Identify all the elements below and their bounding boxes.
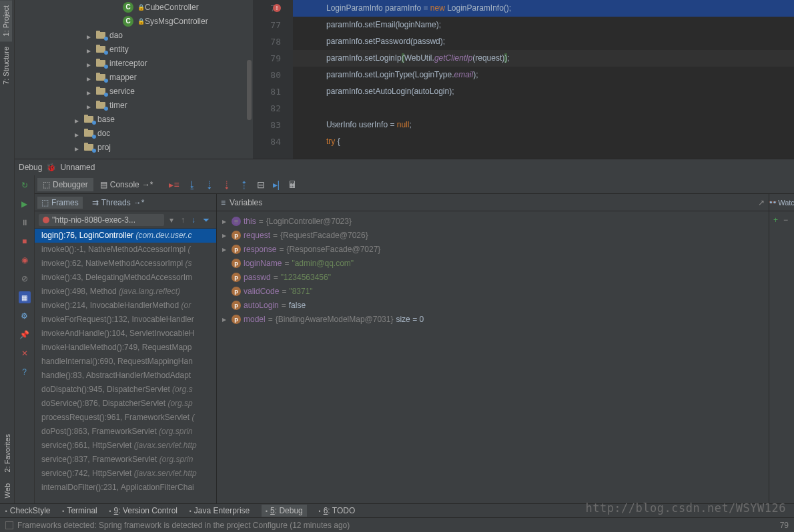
step-out-icon[interactable]: ⭫ (240, 179, 249, 190)
console-tab[interactable]: ▤Console →* (95, 178, 159, 191)
thread-selector[interactable]: "http-nio-8080-exec-3... (39, 214, 164, 226)
line-number[interactable]: 78 (253, 33, 281, 50)
project-tree[interactable]: C🔒CubeControllerC🔒SysMsgControllerdaoent… (15, 0, 253, 159)
variable-row[interactable]: ▸pmodel = {BindingAwareModelMap@7031} si… (217, 312, 769, 326)
expand-icon[interactable]: ▸ (222, 217, 229, 226)
expand-arrow-icon[interactable] (87, 102, 93, 109)
stack-frame[interactable]: processRequest():961, FrameworkServlet ( (35, 411, 216, 425)
drop-frame-icon[interactable]: ⊟ (257, 179, 265, 190)
tree-item[interactable]: C🔒SysMsgController (15, 14, 253, 28)
stack-frame[interactable]: doDispatch():945, DispatcherServlet (org… (35, 383, 216, 397)
line-number[interactable]: 81 (253, 83, 281, 100)
bottom-tool-btn[interactable]: ▪Terminal (63, 506, 97, 515)
stack-frame[interactable]: invokeAndHandle():104, ServletInvocableH (35, 327, 216, 341)
bottom-tool-btn[interactable]: ▪6: TODO (319, 506, 355, 515)
tree-item[interactable]: timer (15, 98, 253, 112)
rerun-icon[interactable]: ↻ (19, 179, 31, 191)
variable-row[interactable]: pautoLogin = false (217, 298, 769, 312)
view-breakpoints-icon[interactable]: ◉ (19, 254, 31, 266)
expand-arrow-icon[interactable] (75, 116, 81, 123)
stack-frame[interactable]: invoke():43, DelegatingMethodAccessorIm (35, 271, 216, 285)
stack-frame[interactable]: invoke():214, InvocableHandlerMethod (or (35, 299, 216, 313)
variable-row[interactable]: ppasswd = "1234563456" (217, 270, 769, 284)
line-number[interactable]: 77 (253, 17, 281, 33)
stack-frame[interactable]: service():742, HttpServlet (javax.servle… (35, 467, 216, 481)
web-tool-tab[interactable]: Web (0, 478, 14, 503)
add-watch-icon[interactable]: + (773, 215, 778, 225)
line-number[interactable]: 79 (253, 50, 281, 67)
code-line[interactable]: UserInfo userInfo = null; (293, 117, 794, 133)
expand-arrow-icon[interactable] (75, 144, 81, 151)
line-number[interactable]: 82 (253, 100, 281, 117)
resume-icon[interactable]: ▶ (19, 198, 31, 210)
restore-layout-icon[interactable]: ↗ (758, 198, 765, 207)
pin-icon[interactable]: 📌 (19, 329, 31, 341)
stop-icon[interactable]: ■ (19, 235, 31, 247)
settings-icon[interactable]: ⚙ (19, 310, 31, 322)
variables-list[interactable]: ▸≡this = {LoginController@7023}▸prequest… (217, 211, 769, 503)
layout-icon[interactable]: ▦ (19, 291, 31, 303)
stack-frame[interactable]: internalDoFilter():231, ApplicationFilte… (35, 481, 216, 495)
stack-frame[interactable]: login():76, LoginController (com.dev.use… (35, 229, 216, 243)
pause-icon[interactable]: ⏸ (19, 217, 31, 229)
expand-icon[interactable]: ▸ (222, 315, 229, 324)
debugger-tab[interactable]: ⬚Debugger (37, 178, 93, 191)
error-icon[interactable]: ! (273, 4, 281, 12)
code-editor[interactable]: 76!7778798081828384 LoginParamInfo param… (253, 0, 794, 159)
bottom-tool-btn[interactable]: ▪5: Debug (262, 505, 307, 517)
next-frame-icon[interactable]: ↓ (189, 215, 197, 225)
stack-frame[interactable]: invokeHandleMethod():749, RequestMapp (35, 341, 216, 355)
line-number[interactable]: 84 (253, 133, 281, 150)
run-to-cursor-icon[interactable]: ▸| (273, 179, 280, 190)
show-exec-point-icon[interactable]: ▸≡ (169, 179, 179, 190)
code-line[interactable] (293, 100, 794, 117)
step-over-icon[interactable]: ⭳ (187, 179, 197, 190)
tree-item[interactable]: C🔒CubeController (15, 0, 253, 14)
variable-row[interactable]: pvalidCode = "8371" (217, 284, 769, 298)
force-step-into-icon[interactable]: ⭭ (222, 179, 232, 190)
threads-tab-btn[interactable]: ⇉Threads →* (88, 197, 149, 209)
stack-frame[interactable]: doService():876, DispatcherServlet (org.… (35, 397, 216, 411)
code-line[interactable]: paramInfo.setPassword(passwd); (293, 33, 794, 50)
variable-row[interactable]: ▸prequest = {RequestFacade@7026} (217, 228, 769, 242)
expand-arrow-icon[interactable] (87, 88, 93, 95)
stack-frame[interactable]: invoke():498, Method (java.lang.reflect) (35, 285, 216, 299)
tree-item[interactable]: entity (15, 42, 253, 56)
tree-item[interactable]: proj (15, 140, 253, 154)
status-checkbox[interactable] (5, 521, 13, 529)
expand-icon[interactable]: ▸ (222, 245, 229, 254)
tree-item[interactable]: mapper (15, 70, 253, 84)
stack-frame[interactable]: handle():83, AbstractHandlerMethodAdapt (35, 369, 216, 383)
bottom-tool-btn[interactable]: ▪9: Version Control (109, 506, 177, 515)
line-number[interactable]: 76! (253, 0, 281, 17)
frames-tab-btn[interactable]: ⬚Frames (37, 197, 83, 209)
expand-arrow-icon[interactable] (87, 32, 93, 39)
code-line[interactable]: LoginParamInfo paramInfo = new LoginPara… (293, 0, 794, 17)
mute-breakpoints-icon[interactable]: ⊘ (19, 273, 31, 285)
project-tool-tab[interactable]: 1: Project (0, 0, 12, 41)
expand-arrow-icon[interactable] (87, 74, 93, 81)
expand-icon[interactable]: ▸ (222, 231, 229, 240)
favorites-tool-tab[interactable]: 2: Favorites (0, 429, 14, 477)
prev-frame-icon[interactable]: ↑ (179, 215, 187, 225)
evaluate-icon[interactable]: 🖩 (288, 179, 297, 190)
tree-item[interactable]: doc (15, 126, 253, 140)
stack-frame[interactable]: handleInternal():690, RequestMappingHan (35, 355, 216, 369)
bottom-tool-btn[interactable]: ▪Java Enterprise (189, 506, 250, 515)
frame-list[interactable]: login():76, LoginController (com.dev.use… (35, 229, 216, 503)
expand-arrow-icon[interactable] (87, 46, 93, 53)
line-number[interactable]: 83 (253, 117, 281, 133)
code-line[interactable]: paramInfo.setLoginType(LoginType.email); (293, 67, 794, 83)
step-into-icon[interactable]: ⭭ (205, 179, 214, 190)
stack-frame[interactable]: invokeForRequest():132, InvocableHandler (35, 313, 216, 327)
line-number[interactable]: 80 (253, 67, 281, 83)
expand-arrow-icon[interactable] (75, 130, 81, 137)
filter-icon[interactable]: ⏷ (200, 215, 212, 225)
bottom-tool-btn[interactable]: ▪CheckStyle (5, 506, 51, 515)
stack-frame[interactable]: service():837, FrameworkServlet (org.spr… (35, 453, 216, 467)
variable-row[interactable]: ▸presponse = {ResponseFacade@7027} (217, 242, 769, 256)
stack-frame[interactable]: invoke():62, NativeMethodAccessorImpl (s (35, 257, 216, 271)
code-line[interactable]: paramInfo.setLoginIp(WebUtil.getClientIp… (293, 50, 794, 67)
remove-watch-icon[interactable]: − (783, 215, 788, 225)
stack-frame[interactable]: service():661, HttpServlet (javax.servle… (35, 439, 216, 453)
